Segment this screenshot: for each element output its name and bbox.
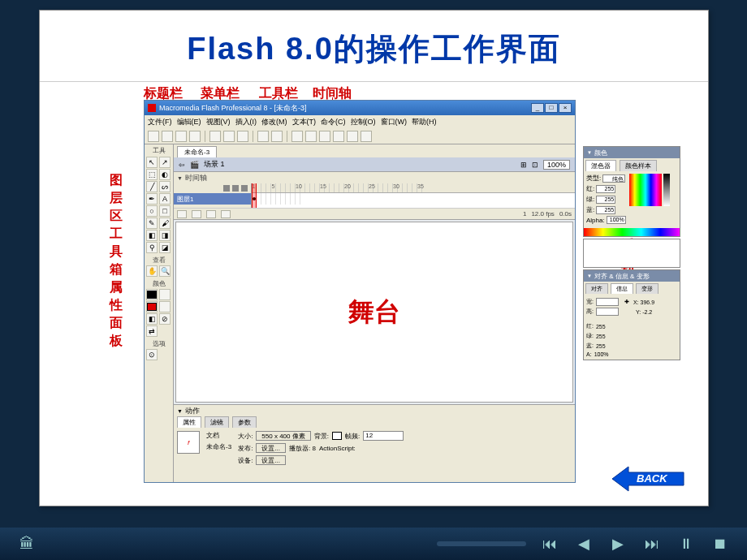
layer-row[interactable]: 图层1 bbox=[174, 193, 251, 205]
eye-icon[interactable] bbox=[223, 185, 230, 192]
hand-tool[interactable]: ✋ bbox=[146, 265, 158, 277]
paint-bucket-tool[interactable]: ◨ bbox=[159, 230, 171, 241]
device-button[interactable]: 设置... bbox=[256, 455, 286, 465]
tab-transform[interactable]: 变形 bbox=[636, 283, 658, 294]
actions-header[interactable]: 动作 bbox=[174, 405, 575, 416]
lock-icon[interactable] bbox=[232, 185, 239, 192]
color-picker[interactable] bbox=[629, 174, 662, 206]
progress-bar[interactable] bbox=[437, 541, 526, 546]
first-button[interactable]: ⏮ bbox=[539, 533, 560, 554]
menu-modify[interactable]: 修改(M) bbox=[261, 117, 287, 127]
playhead[interactable] bbox=[252, 183, 257, 208]
menu-commands[interactable]: 命令(C) bbox=[321, 117, 346, 127]
frame-track[interactable] bbox=[252, 193, 575, 205]
tab-swatches[interactable]: 颜色样本 bbox=[620, 160, 657, 171]
pencil-tool[interactable]: ✎ bbox=[146, 218, 158, 229]
snap-button[interactable] bbox=[291, 131, 303, 142]
back-icon[interactable]: ⇦ bbox=[179, 161, 185, 169]
gradient-tool[interactable]: ◐ bbox=[159, 169, 171, 180]
smooth-button[interactable] bbox=[305, 131, 317, 142]
save-button[interactable] bbox=[175, 131, 187, 142]
menu-file[interactable]: 文件(F) bbox=[148, 117, 172, 127]
delete-layer-button[interactable] bbox=[221, 210, 231, 218]
copy-button[interactable] bbox=[223, 131, 235, 142]
add-guide-button[interactable] bbox=[192, 210, 201, 218]
redo-button[interactable] bbox=[271, 131, 283, 142]
edit-symbols-icon[interactable]: ⊡ bbox=[532, 161, 538, 169]
publish-button[interactable]: 设置... bbox=[256, 443, 286, 453]
menu-view[interactable]: 视图(V) bbox=[206, 117, 231, 127]
back-button[interactable]: BACK bbox=[612, 465, 685, 493]
tab-align[interactable]: 对齐 bbox=[585, 283, 608, 294]
undo-button[interactable] bbox=[257, 131, 269, 142]
menu-control[interactable]: 控制(O) bbox=[351, 117, 376, 127]
hue-slider[interactable] bbox=[663, 174, 670, 206]
free-transform-tool[interactable]: ⬚ bbox=[146, 169, 158, 180]
paste-button[interactable] bbox=[237, 131, 248, 142]
swap-colors-button[interactable]: ⇄ bbox=[146, 325, 158, 337]
last-button[interactable]: ⏭ bbox=[641, 533, 663, 554]
prev-button[interactable]: ◀ bbox=[573, 533, 594, 554]
alpha-input[interactable]: 100% bbox=[607, 216, 626, 224]
rectangle-tool[interactable]: □ bbox=[159, 205, 171, 217]
pen-tool[interactable]: ✒ bbox=[146, 193, 158, 205]
red-input[interactable]: 255 bbox=[596, 185, 615, 193]
maximize-button[interactable]: □ bbox=[545, 103, 558, 113]
home-icon[interactable]: 🏛 bbox=[16, 533, 37, 554]
document-tab[interactable]: 未命名-3 bbox=[177, 146, 217, 157]
line-tool[interactable]: ╱ bbox=[146, 181, 158, 192]
outline-icon[interactable] bbox=[241, 185, 248, 192]
height-field[interactable] bbox=[596, 308, 619, 316]
brush-tool[interactable]: 🖌 bbox=[159, 218, 171, 229]
print-button[interactable] bbox=[189, 131, 201, 142]
size-button[interactable]: 550 x 400 像素 bbox=[256, 431, 310, 441]
rotate-button[interactable] bbox=[333, 131, 344, 142]
close-button[interactable]: × bbox=[559, 103, 572, 113]
stroke-color[interactable] bbox=[146, 289, 158, 300]
oval-tool[interactable]: ○ bbox=[146, 205, 158, 217]
scene-name[interactable]: 场景 1 bbox=[204, 159, 225, 170]
tab-info[interactable]: 信息 bbox=[611, 283, 633, 294]
width-field[interactable] bbox=[596, 298, 619, 306]
tab-mixer[interactable]: 混色器 bbox=[585, 160, 616, 171]
pause-button[interactable]: ⏸ bbox=[676, 533, 697, 554]
green-input[interactable]: 255 bbox=[596, 196, 615, 204]
subselection-tool[interactable]: ↗ bbox=[159, 157, 171, 168]
ink-bottle-tool[interactable]: ◧ bbox=[146, 230, 158, 241]
text-tool[interactable]: A bbox=[159, 193, 171, 205]
fps-field[interactable]: 12 bbox=[363, 431, 404, 441]
color-panel-header[interactable]: 颜色 bbox=[584, 147, 680, 158]
add-layer-button[interactable] bbox=[177, 210, 187, 218]
menu-edit[interactable]: 编辑(E) bbox=[177, 117, 201, 127]
fill-color[interactable] bbox=[146, 301, 158, 312]
eraser-tool[interactable]: ◪ bbox=[159, 242, 171, 253]
lasso-tool[interactable]: ᔕ bbox=[159, 181, 171, 192]
type-select[interactable]: 纯色 bbox=[602, 174, 625, 183]
minimize-button[interactable]: _ bbox=[531, 103, 544, 113]
tab-properties[interactable]: 属性 bbox=[177, 416, 201, 428]
menu-text[interactable]: 文本(T) bbox=[292, 117, 317, 127]
new-button[interactable] bbox=[148, 131, 159, 142]
add-folder-button[interactable] bbox=[206, 210, 216, 218]
tab-parameters[interactable]: 参数 bbox=[232, 416, 257, 428]
black-white-button[interactable]: ◧ bbox=[146, 313, 158, 325]
zoom-tool[interactable]: 🔍 bbox=[159, 265, 171, 277]
timeline-header[interactable]: 时间轴 bbox=[174, 172, 575, 183]
fill-color-swatch[interactable] bbox=[159, 301, 171, 312]
blue-input[interactable]: 255 bbox=[596, 206, 615, 214]
next-button[interactable]: ▶ bbox=[607, 533, 628, 554]
align-panel-header[interactable]: 对齐 & 信息 & 变形 bbox=[584, 270, 680, 282]
scale-button[interactable] bbox=[347, 131, 358, 142]
straighten-button[interactable] bbox=[319, 131, 330, 142]
stage[interactable]: 舞台 bbox=[175, 222, 573, 403]
menu-insert[interactable]: 插入(I) bbox=[235, 117, 257, 127]
stop-button[interactable]: ⏹ bbox=[710, 533, 731, 554]
selection-tool[interactable]: ↖ bbox=[146, 157, 158, 168]
zoom-level[interactable]: 100% bbox=[543, 160, 570, 170]
no-color-button[interactable]: ⊘ bbox=[159, 313, 171, 325]
bg-color-swatch[interactable] bbox=[332, 432, 342, 440]
menu-help[interactable]: 帮助(H) bbox=[412, 117, 437, 127]
cut-button[interactable] bbox=[209, 131, 221, 142]
eyedropper-tool[interactable]: ⚲ bbox=[146, 242, 158, 253]
snap-option[interactable]: ⊙ bbox=[146, 349, 158, 360]
